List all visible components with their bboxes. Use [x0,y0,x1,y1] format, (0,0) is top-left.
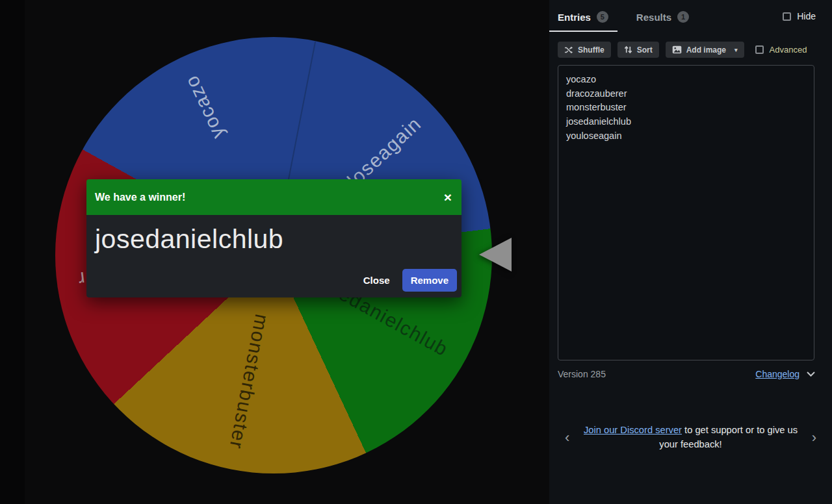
entries-toolbar: Shuffle Sort [558,42,832,58]
changelog-wrap: Changelog [755,369,816,379]
sort-button[interactable]: Sort [618,42,659,58]
entry-item[interactable]: josedanielchlub [566,115,806,129]
hide-label: Hide [797,11,816,21]
winner-name: josedanielchlub [95,224,283,255]
wheel-pointer-icon [479,238,512,271]
hide-checkbox-box[interactable] [783,12,791,21]
sort-label: Sort [637,45,653,55]
winner-dialog: We have a winner! × josedanielchlub Clos… [86,179,462,297]
promo-banner: ‹ Join our Discord server to get support… [549,423,832,451]
add-image-button[interactable]: Add image ▾ [666,42,744,58]
shuffle-button[interactable]: Shuffle [558,42,611,58]
version-label: Version 285 [558,369,606,379]
tab-results-label: Results [636,12,671,23]
remove-button[interactable]: Remove [402,269,457,292]
banner-next-icon[interactable]: › [808,428,820,447]
tab-entries[interactable]: Entries 5 [549,11,618,32]
results-count-badge: 1 [677,11,689,23]
changelog-link[interactable]: Changelog [755,369,800,379]
entry-item[interactable]: yocazo [566,73,806,87]
entry-item[interactable]: dracozauberer [566,87,806,101]
left-edge-strip [0,0,25,504]
advanced-label: Advanced [770,45,807,55]
winner-dialog-actions: Close Remove [354,269,457,292]
hide-checkbox[interactable]: Hide [783,11,816,21]
winner-dialog-title: We have a winner! [95,192,185,203]
version-row: Version 285 Changelog [558,369,816,379]
entry-item[interactable]: monsterbuster [566,101,806,115]
advanced-checkbox-box[interactable] [755,45,764,54]
wheel-of-names-app: yocazo dracozauberer monsterbuster josed… [0,0,832,504]
add-image-label: Add image [686,45,726,55]
shuffle-icon [564,46,573,54]
winner-dialog-body: josedanielchlub Close Remove [86,215,462,297]
image-icon [672,45,682,54]
entries-count-badge: 5 [597,11,608,23]
close-button[interactable]: Close [354,269,400,292]
entry-item[interactable]: youloseagain [566,129,806,144]
banner-text: Join our Discord server to get support o… [582,423,800,451]
banner-prev-icon[interactable]: ‹ [561,428,573,447]
discord-link[interactable]: Join our Discord server [584,425,682,435]
winner-dialog-header: We have a winner! × [86,179,462,215]
shuffle-label: Shuffle [578,45,604,55]
advanced-checkbox[interactable]: Advanced [755,45,807,55]
chevron-down-icon[interactable]: ▾ [731,47,738,53]
close-icon[interactable]: × [444,190,452,204]
right-panel: Entries 5 Results 1 Hide [549,0,832,504]
sort-icon [624,45,632,54]
tab-entries-label: Entries [558,12,591,23]
tab-results[interactable]: Results 1 [628,11,698,31]
chevron-down-icon[interactable] [806,369,816,379]
tab-bar: Entries 5 Results 1 Hide [549,0,832,32]
entries-textarea[interactable]: yocazo dracozauberer monsterbuster josed… [558,65,814,360]
